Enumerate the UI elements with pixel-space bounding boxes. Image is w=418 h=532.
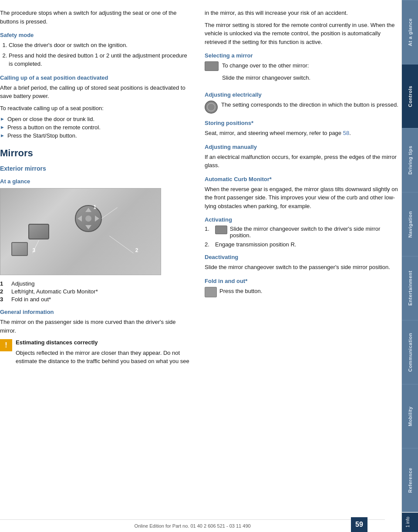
selecting-mirror-block: To change over to the other mirror: Slid… (205, 61, 401, 85)
step-1-text: Slide the mirror changeover switch to th… (230, 226, 401, 239)
left-column: The procedure stops when a switch for ad… (0, 9, 200, 515)
fold-heading: Fold in and out* (205, 278, 401, 284)
caption-item-2: 2 Left/right, Automatic Curb Monitor* (0, 288, 192, 295)
deactivating-heading: Deactivating (205, 254, 401, 260)
auto-curb-para: When the reverse gear is engaged, the mi… (205, 185, 401, 211)
caption-item-1: 1 Adjusting (0, 280, 192, 287)
bullet-arrow-1: ► (0, 116, 5, 121)
safety-mode-heading: Safety mode (0, 32, 192, 38)
mirror-setting-para: The mirror setting is stored for the rem… (205, 21, 401, 47)
step-1-icon (215, 226, 227, 234)
page-footer: Online Edition for Part no. 01 40 2 606 … (0, 519, 385, 532)
caption-num-2: 2 (0, 288, 9, 295)
bullet-3: ► Press the Start/Stop button. (0, 132, 192, 139)
storing-period: . (349, 130, 351, 136)
image-label-3: 3 (33, 247, 36, 253)
svg-line-1 (109, 236, 133, 253)
fold-icon (205, 287, 217, 297)
adjusting-electrically-text: The setting corresponds to the direction… (221, 101, 398, 109)
sidebar-tab-communication[interactable]: Communication (402, 320, 418, 384)
sidebar-tab-driving-tips[interactable]: Driving tips (402, 128, 418, 192)
sidebar-tab-mobility[interactable]: Mobility (402, 384, 418, 448)
right-intro-text: in the mirror, as this will increase you… (205, 10, 348, 16)
caption-item-3: 3 Fold in and out* (0, 296, 192, 303)
selecting-mirror-text2: Slide the mirror changeover switch. (222, 74, 310, 82)
caption-num-1: 1 (0, 280, 9, 287)
activating-steps: 1. Slide the mirror changeover switch to… (205, 226, 401, 248)
storing-page-link[interactable]: 58 (343, 130, 349, 136)
bullet-2: ► Press a button on the remote control. (0, 124, 192, 131)
page-number: 59 (351, 517, 367, 532)
sidebar-tab-at-a-glance[interactable]: At a glance (402, 0, 418, 64)
activating-step-1: 1. Slide the mirror changeover switch to… (205, 226, 401, 239)
warning-content: Estimating distances correctly Objects r… (16, 338, 192, 369)
warning-box: ! Estimating distances correctly Objects… (0, 338, 192, 369)
step-2-num: 2. (205, 241, 213, 248)
activating-step-2: 2. Engage transmission position R. (205, 241, 401, 248)
svg-line-0 (101, 208, 118, 219)
caption-text-3: Fold in and out* (11, 296, 51, 303)
warning-heading: Estimating distances correctly (16, 338, 192, 347)
general-info-para: The mirror on the passenger side is more… (0, 318, 192, 335)
image-label-1: 1 (93, 204, 96, 210)
adjusting-electrically-heading: Adjusting electrically (205, 91, 401, 98)
warning-icon: ! (0, 339, 12, 351)
bullet-text-2: Press a button on the remote control. (7, 124, 101, 131)
general-info-heading: General information (0, 309, 192, 315)
bullet-arrow-2: ► (0, 125, 5, 130)
safety-step-1: Close the driver's door or switch on the… (9, 41, 192, 50)
caption-text-1: Adjusting (11, 280, 34, 287)
footer-text: Online Edition for Part no. 01 40 2 606 … (134, 523, 250, 529)
storing-text: Seat, mirror, and steering wheel memory,… (205, 130, 341, 136)
deactivating-para: Slide the mirror changeover switch to th… (205, 263, 401, 272)
fold-block: Press the button. (205, 287, 401, 299)
right-intro-para: in the mirror, as this will increase you… (205, 9, 401, 17)
mirror-changeover-icon (205, 61, 219, 71)
safety-steps-list: Close the driver's door or switch on the… (9, 41, 192, 68)
step-2-text: Engage transmission position R. (215, 241, 296, 248)
selecting-mirror-text: To change over to the other mirror: (222, 61, 310, 70)
calling-up-heading: Calling up of a seat position deactivate… (0, 74, 192, 81)
image-label-2: 2 (135, 247, 138, 253)
mirrors-heading: Mirrors (0, 148, 192, 159)
safety-step-2: Press and hold the desired button 1 or 2… (9, 51, 192, 68)
selecting-mirror-text-block: To change over to the other mirror: Slid… (222, 61, 310, 85)
caption-list: 1 Adjusting 2 Left/right, Automatic Curb… (0, 280, 192, 303)
sidebar-tab-navigation[interactable]: Navigation (402, 192, 418, 256)
adjusting-manually-para: If an electrical malfunction occurs, for… (205, 153, 401, 170)
fold-text: Press the button. (219, 287, 262, 296)
sidebar-tab-reference[interactable]: Reference (402, 448, 418, 512)
activating-heading: Activating (205, 216, 401, 223)
adjusting-electrically-block: The setting corresponds to the direction… (205, 101, 401, 114)
step-1-num: 1. (205, 226, 213, 232)
storing-para: Seat, mirror, and steering wheel memory,… (205, 129, 401, 138)
at-a-glance-heading: At a glance (0, 178, 192, 185)
sidebar-tab-controls[interactable]: Controls (402, 64, 418, 128)
calling-up-bullets: ► Open or close the door or trunk lid. ►… (0, 116, 192, 139)
bullet-text-1: Open or close the door or trunk lid. (7, 116, 94, 122)
caption-num-3: 3 (0, 296, 9, 303)
mirror-image-inner: 1 2 3 (0, 189, 161, 275)
sidebar: At a glance Controls Driving tips Naviga… (401, 0, 418, 532)
intro-para: The procedure stops when a switch for ad… (0, 9, 192, 26)
info-badge: 1 info (402, 512, 418, 532)
storing-heading: Storing positions* (205, 120, 401, 126)
caption-text-2: Left/right, Automatic Curb Monitor* (11, 288, 98, 295)
sidebar-tab-entertainment[interactable]: Entertainment (402, 256, 418, 320)
calling-up-para2: To reactivate calling up of a seat posit… (0, 104, 192, 113)
warning-text: Objects reflected in the mirror are clos… (16, 349, 192, 366)
bullet-1: ► Open or close the door or trunk lid. (0, 116, 192, 122)
adjusting-manually-heading: Adjusting manually (205, 144, 401, 150)
selecting-mirror-heading: Selecting a mirror (205, 52, 401, 59)
auto-curb-heading: Automatic Curb Monitor* (205, 176, 401, 182)
mirror-image: 1 2 3 (0, 188, 161, 275)
bullet-arrow-3: ► (0, 133, 5, 138)
right-column: in the mirror, as this will increase you… (200, 9, 401, 515)
calling-up-para: After a brief period, the calling up of … (0, 84, 192, 101)
exterior-mirrors-heading: Exterior mirrors (0, 165, 192, 172)
bullet-text-3: Press the Start/Stop button. (7, 132, 77, 139)
round-button-icon (205, 101, 218, 114)
